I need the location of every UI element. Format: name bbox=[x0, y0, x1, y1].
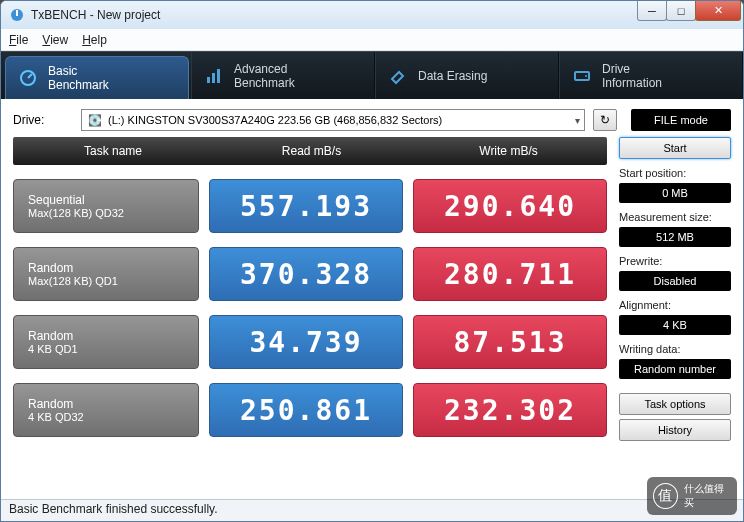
watermark-icon: 值 bbox=[653, 483, 678, 509]
drive-label: Drive: bbox=[13, 113, 73, 127]
tab-drive-information[interactable]: DriveInformation bbox=[559, 52, 743, 99]
bars-icon bbox=[204, 66, 224, 86]
col-read: Read mB/s bbox=[213, 144, 410, 158]
read-value: 557.193 bbox=[209, 179, 403, 233]
svg-point-8 bbox=[585, 75, 587, 77]
side-panel: Start Start position: 0 MB Measurement s… bbox=[619, 137, 731, 441]
drive-icon bbox=[572, 66, 592, 86]
tab-basic-benchmark[interactable]: BasicBenchmark bbox=[5, 56, 189, 99]
menu-view[interactable]: View bbox=[42, 33, 68, 47]
bench-row: SequentialMax(128 KB) QD32 557.193 290.6… bbox=[13, 179, 607, 233]
task-label: Random4 KB QD1 bbox=[13, 315, 199, 369]
svg-rect-6 bbox=[217, 69, 220, 83]
bench-row: Random4 KB QD32 250.861 232.302 bbox=[13, 383, 607, 437]
task-label: RandomMax(128 KB) QD1 bbox=[13, 247, 199, 301]
results-panel: Task name Read mB/s Write mB/s Sequentia… bbox=[13, 137, 607, 441]
svg-rect-5 bbox=[212, 73, 215, 83]
prewrite-label: Prewrite: bbox=[619, 255, 731, 267]
prewrite-value[interactable]: Disabled bbox=[619, 271, 731, 291]
menu-file[interactable]: File bbox=[9, 33, 28, 47]
results-header: Task name Read mB/s Write mB/s bbox=[13, 137, 607, 165]
gauge-icon bbox=[18, 68, 38, 88]
minimize-button[interactable]: ─ bbox=[637, 1, 667, 21]
write-value: 232.302 bbox=[413, 383, 607, 437]
start-position-value[interactable]: 0 MB bbox=[619, 183, 731, 203]
bench-row: Random4 KB QD1 34.739 87.513 bbox=[13, 315, 607, 369]
read-value: 370.328 bbox=[209, 247, 403, 301]
file-mode-button[interactable]: FILE mode bbox=[631, 109, 731, 131]
svg-line-3 bbox=[28, 74, 32, 78]
menu-help[interactable]: Help bbox=[82, 33, 107, 47]
menubar: File View Help bbox=[1, 29, 743, 51]
start-position-label: Start position: bbox=[619, 167, 731, 179]
read-value: 34.739 bbox=[209, 315, 403, 369]
start-button[interactable]: Start bbox=[619, 137, 731, 159]
titlebar[interactable]: TxBENCH - New project ─ □ ✕ bbox=[1, 1, 743, 29]
maximize-button[interactable]: □ bbox=[666, 1, 696, 21]
erase-icon bbox=[388, 66, 408, 86]
bench-row: RandomMax(128 KB) QD1 370.328 280.711 bbox=[13, 247, 607, 301]
bench-rows: SequentialMax(128 KB) QD32 557.193 290.6… bbox=[13, 179, 607, 437]
write-value: 87.513 bbox=[413, 315, 607, 369]
drive-row: Drive: 💽 (L:) KINGSTON SV300S37A240G 223… bbox=[1, 99, 743, 137]
alignment-value[interactable]: 4 KB bbox=[619, 315, 731, 335]
watermark-text: 什么值得买 bbox=[684, 482, 731, 510]
app-icon bbox=[9, 7, 25, 23]
task-options-button[interactable]: Task options bbox=[619, 393, 731, 415]
status-bar: Basic Benchmark finished successfully. bbox=[1, 499, 743, 521]
col-write: Write mB/s bbox=[410, 144, 607, 158]
refresh-button[interactable]: ↻ bbox=[593, 109, 617, 131]
write-value: 280.711 bbox=[413, 247, 607, 301]
refresh-icon: ↻ bbox=[600, 113, 610, 127]
col-task-name: Task name bbox=[13, 144, 213, 158]
tab-advanced-benchmark[interactable]: AdvancedBenchmark bbox=[191, 52, 375, 99]
writing-data-label: Writing data: bbox=[619, 343, 731, 355]
alignment-label: Alignment: bbox=[619, 299, 731, 311]
svg-rect-1 bbox=[16, 10, 18, 16]
app-window: TxBENCH - New project ─ □ ✕ File View He… bbox=[0, 0, 744, 522]
task-label: Random4 KB QD32 bbox=[13, 383, 199, 437]
tabbar: BasicBenchmark AdvancedBenchmark Data Er… bbox=[1, 51, 743, 99]
disk-icon: 💽 bbox=[88, 114, 102, 127]
task-label: SequentialMax(128 KB) QD32 bbox=[13, 179, 199, 233]
measurement-size-value[interactable]: 512 MB bbox=[619, 227, 731, 247]
write-value: 290.640 bbox=[413, 179, 607, 233]
drive-select[interactable]: 💽 (L:) KINGSTON SV300S37A240G 223.56 GB … bbox=[81, 109, 585, 131]
window-title: TxBENCH - New project bbox=[31, 8, 160, 22]
writing-data-value[interactable]: Random number bbox=[619, 359, 731, 379]
read-value: 250.861 bbox=[209, 383, 403, 437]
close-button[interactable]: ✕ bbox=[695, 1, 741, 21]
tab-data-erasing[interactable]: Data Erasing bbox=[375, 52, 559, 99]
watermark: 值 什么值得买 bbox=[647, 477, 737, 515]
measurement-size-label: Measurement size: bbox=[619, 211, 731, 223]
history-button[interactable]: History bbox=[619, 419, 731, 441]
svg-rect-4 bbox=[207, 77, 210, 83]
